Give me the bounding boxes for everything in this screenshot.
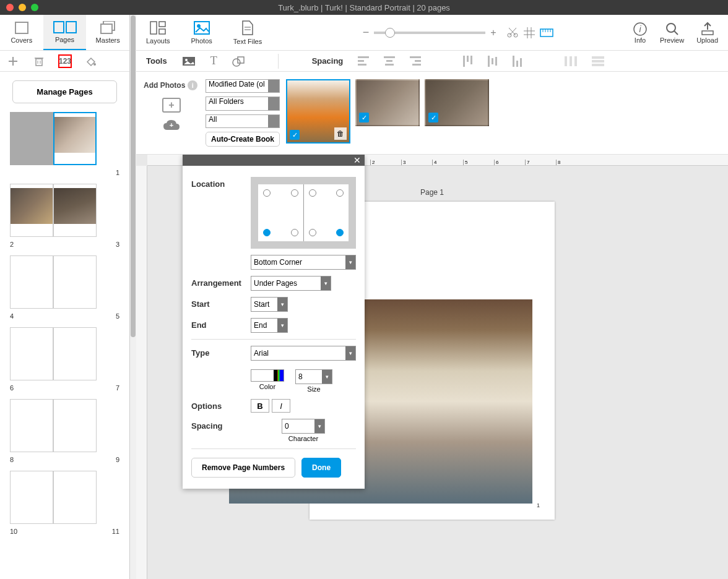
zoom-in-icon[interactable]: +	[490, 27, 496, 38]
covers-icon	[13, 21, 30, 35]
svg-rect-47	[385, 64, 394, 66]
end-select[interactable]: End▾	[251, 318, 288, 333]
align-bottom-icon[interactable]	[513, 56, 522, 67]
cut-icon[interactable]	[506, 27, 519, 39]
add-photos-label: Add Photos	[144, 81, 185, 90]
add-from-computer-button[interactable]: +	[162, 98, 181, 113]
upload-icon	[700, 22, 715, 36]
page-thumb-1[interactable]	[53, 112, 97, 165]
info-icon[interactable]: i	[188, 80, 197, 90]
loc-left-top-inner[interactable]	[291, 189, 298, 197]
page-thumb-9[interactable]	[53, 399, 97, 452]
fill-tool-button[interactable]	[84, 54, 98, 68]
tab-masters[interactable]: Masters	[86, 15, 129, 50]
location-select[interactable]: Bottom Corner▾	[251, 255, 356, 270]
textfiles-button[interactable]: Text Files	[233, 20, 262, 45]
grid-icon[interactable]	[524, 27, 535, 38]
align-left-icon[interactable]	[358, 56, 369, 66]
shape-tool-icon[interactable]	[232, 56, 245, 67]
photo-thumb-2[interactable]: ✓	[355, 79, 420, 126]
left-scrollbar[interactable]	[130, 15, 136, 579]
loc-left-top-outer[interactable]	[263, 189, 271, 197]
page-thumb-4[interactable]	[10, 255, 53, 309]
svg-rect-14	[159, 29, 165, 34]
check-icon: ✓	[290, 130, 300, 140]
color-picker[interactable]	[251, 369, 284, 382]
photo-thumb-3[interactable]: ✓	[425, 79, 489, 126]
start-select[interactable]: Start▾	[251, 297, 288, 312]
delete-page-button[interactable]	[32, 54, 46, 68]
image-tool-icon[interactable]	[182, 56, 196, 66]
filter-select[interactable]: All	[206, 114, 280, 128]
page-thumb-11[interactable]	[53, 471, 97, 524]
svg-rect-54	[488, 56, 490, 67]
location-grid[interactable]	[251, 177, 356, 249]
svg-point-16	[197, 25, 200, 28]
photos-button[interactable]: Photos	[191, 20, 212, 45]
folder-select[interactable]: All Folders	[206, 96, 280, 110]
distribute-h-icon[interactable]	[565, 56, 577, 66]
arrangement-select[interactable]: Under Pages▾	[251, 276, 331, 291]
tab-covers[interactable]: Covers	[0, 15, 43, 50]
photo-thumb-1[interactable]: ✓🗑	[286, 79, 350, 144]
svg-rect-13	[159, 22, 165, 27]
trash-icon[interactable]: 🗑	[334, 127, 347, 140]
info-button[interactable]: iInfo	[633, 22, 648, 44]
preview-button[interactable]: Preview	[660, 22, 684, 44]
distribute-v-icon[interactable]	[592, 56, 604, 66]
align-top-icon[interactable]	[463, 56, 473, 67]
loc-right-top-outer[interactable]	[336, 189, 344, 197]
page-thumb-10[interactable]	[10, 471, 53, 524]
font-select[interactable]: Arial▾	[251, 346, 356, 361]
bold-button[interactable]: B	[251, 399, 269, 413]
zoom-out-icon[interactable]: −	[363, 26, 370, 39]
svg-point-11	[93, 63, 96, 66]
align-right-icon[interactable]	[410, 56, 421, 66]
page-thumb-6[interactable]	[10, 327, 53, 380]
remove-page-numbers-button[interactable]: Remove Page Numbers	[191, 458, 295, 478]
italic-button[interactable]: I	[272, 399, 290, 413]
zoom-slider[interactable]: − +	[283, 26, 633, 39]
tab-pages[interactable]: Pages	[43, 15, 87, 50]
svg-rect-53	[470, 56, 472, 64]
svg-text:+: +	[170, 121, 173, 129]
page-thumb-8[interactable]	[10, 399, 53, 452]
page-thumb-7[interactable]	[53, 327, 97, 380]
layouts-button[interactable]: Layouts	[146, 20, 170, 45]
titlebar: Turk_.blurb | Turk! | Standard Portrait …	[0, 0, 728, 15]
auto-create-button[interactable]: Auto-Create Book	[206, 132, 280, 147]
masters-icon	[99, 21, 116, 35]
add-page-button[interactable]	[6, 54, 20, 68]
spacing-input[interactable]: 0▾	[282, 419, 325, 434]
check-icon: ✓	[428, 113, 438, 122]
dialog-close-button[interactable]: ✕	[183, 155, 365, 166]
loc-left-bottom-inner[interactable]	[291, 229, 298, 236]
info-icon: i	[633, 22, 648, 36]
upload-button[interactable]: Upload	[696, 22, 718, 44]
close-window-button[interactable]	[6, 4, 14, 11]
canvas-area[interactable]: 012345678 Page 1 1 ✕ Location	[136, 155, 728, 579]
ruler-icon[interactable]	[540, 28, 553, 37]
minimize-window-button[interactable]	[19, 4, 26, 11]
svg-rect-4	[101, 24, 112, 33]
align-middle-icon[interactable]	[488, 56, 498, 67]
manage-pages-button[interactable]: Manage Pages	[12, 80, 117, 103]
loc-right-top-inner[interactable]	[309, 189, 316, 197]
check-icon: ✓	[359, 113, 369, 122]
add-from-cloud-button[interactable]: +	[162, 119, 181, 132]
maximize-window-button[interactable]	[31, 4, 38, 11]
page-thumb-2[interactable]	[10, 184, 53, 237]
align-center-icon[interactable]	[384, 56, 395, 66]
sort-select[interactable]: Modified Date (oldest first)	[206, 79, 280, 93]
svg-rect-44	[358, 64, 366, 66]
text-tool-icon[interactable]: T	[210, 54, 217, 67]
page-numbers-button[interactable]: 123	[58, 54, 72, 68]
loc-left-bottom-outer[interactable]	[263, 229, 271, 236]
done-button[interactable]: Done	[301, 458, 341, 478]
loc-right-bottom-outer[interactable]	[336, 229, 344, 236]
svg-rect-36	[702, 31, 713, 35]
page-thumb-3[interactable]	[53, 184, 97, 237]
loc-right-bottom-inner[interactable]	[309, 229, 316, 236]
page-thumb-5[interactable]	[53, 255, 97, 309]
size-select[interactable]: 8▾	[295, 369, 332, 384]
